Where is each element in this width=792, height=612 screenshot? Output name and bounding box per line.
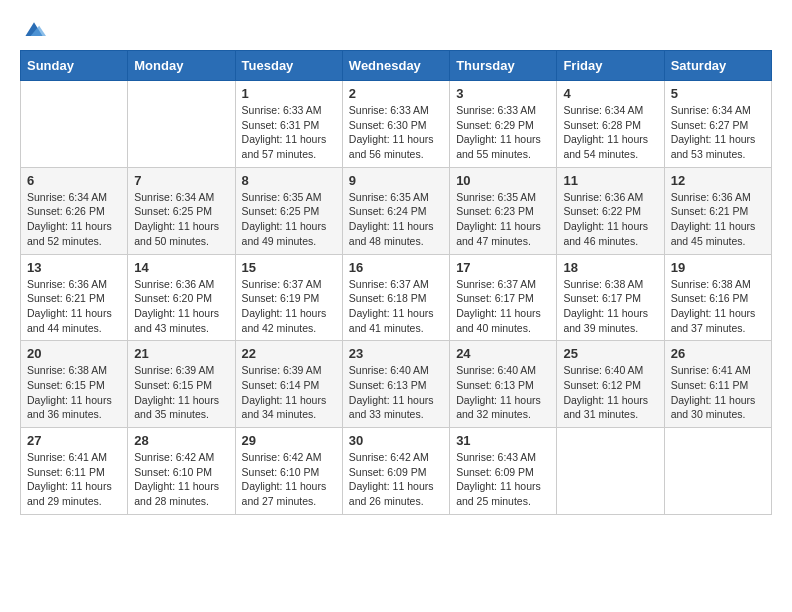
calendar-cell: 7Sunrise: 6:34 AM Sunset: 6:25 PM Daylig… bbox=[128, 167, 235, 254]
page-header bbox=[20, 20, 772, 34]
column-header-thursday: Thursday bbox=[450, 51, 557, 81]
calendar-cell: 15Sunrise: 6:37 AM Sunset: 6:19 PM Dayli… bbox=[235, 254, 342, 341]
column-header-tuesday: Tuesday bbox=[235, 51, 342, 81]
day-number: 29 bbox=[242, 433, 336, 448]
day-info: Sunrise: 6:37 AM Sunset: 6:18 PM Dayligh… bbox=[349, 277, 443, 336]
day-info: Sunrise: 6:36 AM Sunset: 6:21 PM Dayligh… bbox=[671, 190, 765, 249]
day-info: Sunrise: 6:34 AM Sunset: 6:26 PM Dayligh… bbox=[27, 190, 121, 249]
day-number: 22 bbox=[242, 346, 336, 361]
calendar-header: SundayMondayTuesdayWednesdayThursdayFrid… bbox=[21, 51, 772, 81]
day-info: Sunrise: 6:42 AM Sunset: 6:09 PM Dayligh… bbox=[349, 450, 443, 509]
day-info: Sunrise: 6:43 AM Sunset: 6:09 PM Dayligh… bbox=[456, 450, 550, 509]
day-info: Sunrise: 6:38 AM Sunset: 6:17 PM Dayligh… bbox=[563, 277, 657, 336]
day-number: 27 bbox=[27, 433, 121, 448]
day-number: 10 bbox=[456, 173, 550, 188]
day-info: Sunrise: 6:41 AM Sunset: 6:11 PM Dayligh… bbox=[671, 363, 765, 422]
calendar-cell: 9Sunrise: 6:35 AM Sunset: 6:24 PM Daylig… bbox=[342, 167, 449, 254]
calendar-cell: 26Sunrise: 6:41 AM Sunset: 6:11 PM Dayli… bbox=[664, 341, 771, 428]
calendar-cell: 6Sunrise: 6:34 AM Sunset: 6:26 PM Daylig… bbox=[21, 167, 128, 254]
column-header-friday: Friday bbox=[557, 51, 664, 81]
day-info: Sunrise: 6:33 AM Sunset: 6:31 PM Dayligh… bbox=[242, 103, 336, 162]
day-number: 19 bbox=[671, 260, 765, 275]
calendar-cell: 11Sunrise: 6:36 AM Sunset: 6:22 PM Dayli… bbox=[557, 167, 664, 254]
day-number: 6 bbox=[27, 173, 121, 188]
day-info: Sunrise: 6:33 AM Sunset: 6:30 PM Dayligh… bbox=[349, 103, 443, 162]
column-header-saturday: Saturday bbox=[664, 51, 771, 81]
day-number: 18 bbox=[563, 260, 657, 275]
day-info: Sunrise: 6:36 AM Sunset: 6:20 PM Dayligh… bbox=[134, 277, 228, 336]
calendar-cell bbox=[128, 81, 235, 168]
day-info: Sunrise: 6:40 AM Sunset: 6:12 PM Dayligh… bbox=[563, 363, 657, 422]
day-info: Sunrise: 6:35 AM Sunset: 6:24 PM Dayligh… bbox=[349, 190, 443, 249]
calendar-cell: 27Sunrise: 6:41 AM Sunset: 6:11 PM Dayli… bbox=[21, 428, 128, 515]
day-number: 8 bbox=[242, 173, 336, 188]
day-info: Sunrise: 6:39 AM Sunset: 6:15 PM Dayligh… bbox=[134, 363, 228, 422]
column-header-wednesday: Wednesday bbox=[342, 51, 449, 81]
day-number: 5 bbox=[671, 86, 765, 101]
day-number: 28 bbox=[134, 433, 228, 448]
day-info: Sunrise: 6:41 AM Sunset: 6:11 PM Dayligh… bbox=[27, 450, 121, 509]
day-number: 1 bbox=[242, 86, 336, 101]
day-info: Sunrise: 6:38 AM Sunset: 6:15 PM Dayligh… bbox=[27, 363, 121, 422]
day-number: 7 bbox=[134, 173, 228, 188]
calendar-cell: 21Sunrise: 6:39 AM Sunset: 6:15 PM Dayli… bbox=[128, 341, 235, 428]
calendar-cell bbox=[664, 428, 771, 515]
day-number: 3 bbox=[456, 86, 550, 101]
day-info: Sunrise: 6:35 AM Sunset: 6:23 PM Dayligh… bbox=[456, 190, 550, 249]
day-info: Sunrise: 6:36 AM Sunset: 6:21 PM Dayligh… bbox=[27, 277, 121, 336]
calendar-cell: 10Sunrise: 6:35 AM Sunset: 6:23 PM Dayli… bbox=[450, 167, 557, 254]
calendar-cell: 22Sunrise: 6:39 AM Sunset: 6:14 PM Dayli… bbox=[235, 341, 342, 428]
column-header-monday: Monday bbox=[128, 51, 235, 81]
day-number: 25 bbox=[563, 346, 657, 361]
day-number: 11 bbox=[563, 173, 657, 188]
calendar-cell: 8Sunrise: 6:35 AM Sunset: 6:25 PM Daylig… bbox=[235, 167, 342, 254]
day-number: 12 bbox=[671, 173, 765, 188]
calendar-cell: 24Sunrise: 6:40 AM Sunset: 6:13 PM Dayli… bbox=[450, 341, 557, 428]
day-number: 20 bbox=[27, 346, 121, 361]
calendar-cell: 18Sunrise: 6:38 AM Sunset: 6:17 PM Dayli… bbox=[557, 254, 664, 341]
day-number: 2 bbox=[349, 86, 443, 101]
calendar-week-row: 27Sunrise: 6:41 AM Sunset: 6:11 PM Dayli… bbox=[21, 428, 772, 515]
calendar-cell: 31Sunrise: 6:43 AM Sunset: 6:09 PM Dayli… bbox=[450, 428, 557, 515]
calendar-cell: 2Sunrise: 6:33 AM Sunset: 6:30 PM Daylig… bbox=[342, 81, 449, 168]
calendar-cell: 5Sunrise: 6:34 AM Sunset: 6:27 PM Daylig… bbox=[664, 81, 771, 168]
calendar-table: SundayMondayTuesdayWednesdayThursdayFrid… bbox=[20, 50, 772, 515]
day-info: Sunrise: 6:34 AM Sunset: 6:27 PM Dayligh… bbox=[671, 103, 765, 162]
calendar-cell: 4Sunrise: 6:34 AM Sunset: 6:28 PM Daylig… bbox=[557, 81, 664, 168]
day-number: 24 bbox=[456, 346, 550, 361]
calendar-cell: 12Sunrise: 6:36 AM Sunset: 6:21 PM Dayli… bbox=[664, 167, 771, 254]
day-info: Sunrise: 6:33 AM Sunset: 6:29 PM Dayligh… bbox=[456, 103, 550, 162]
calendar-cell: 17Sunrise: 6:37 AM Sunset: 6:17 PM Dayli… bbox=[450, 254, 557, 341]
calendar-body: 1Sunrise: 6:33 AM Sunset: 6:31 PM Daylig… bbox=[21, 81, 772, 515]
logo-icon bbox=[22, 20, 46, 40]
day-info: Sunrise: 6:36 AM Sunset: 6:22 PM Dayligh… bbox=[563, 190, 657, 249]
column-header-sunday: Sunday bbox=[21, 51, 128, 81]
calendar-cell: 29Sunrise: 6:42 AM Sunset: 6:10 PM Dayli… bbox=[235, 428, 342, 515]
calendar-cell: 23Sunrise: 6:40 AM Sunset: 6:13 PM Dayli… bbox=[342, 341, 449, 428]
calendar-cell: 1Sunrise: 6:33 AM Sunset: 6:31 PM Daylig… bbox=[235, 81, 342, 168]
day-number: 15 bbox=[242, 260, 336, 275]
day-number: 13 bbox=[27, 260, 121, 275]
day-info: Sunrise: 6:40 AM Sunset: 6:13 PM Dayligh… bbox=[349, 363, 443, 422]
calendar-week-row: 6Sunrise: 6:34 AM Sunset: 6:26 PM Daylig… bbox=[21, 167, 772, 254]
day-info: Sunrise: 6:42 AM Sunset: 6:10 PM Dayligh… bbox=[134, 450, 228, 509]
logo bbox=[20, 20, 46, 34]
day-number: 23 bbox=[349, 346, 443, 361]
calendar-week-row: 13Sunrise: 6:36 AM Sunset: 6:21 PM Dayli… bbox=[21, 254, 772, 341]
day-info: Sunrise: 6:34 AM Sunset: 6:28 PM Dayligh… bbox=[563, 103, 657, 162]
day-number: 17 bbox=[456, 260, 550, 275]
day-info: Sunrise: 6:38 AM Sunset: 6:16 PM Dayligh… bbox=[671, 277, 765, 336]
calendar-cell: 14Sunrise: 6:36 AM Sunset: 6:20 PM Dayli… bbox=[128, 254, 235, 341]
day-number: 26 bbox=[671, 346, 765, 361]
calendar-cell: 16Sunrise: 6:37 AM Sunset: 6:18 PM Dayli… bbox=[342, 254, 449, 341]
header-row: SundayMondayTuesdayWednesdayThursdayFrid… bbox=[21, 51, 772, 81]
day-info: Sunrise: 6:37 AM Sunset: 6:17 PM Dayligh… bbox=[456, 277, 550, 336]
day-info: Sunrise: 6:39 AM Sunset: 6:14 PM Dayligh… bbox=[242, 363, 336, 422]
day-number: 16 bbox=[349, 260, 443, 275]
day-number: 31 bbox=[456, 433, 550, 448]
calendar-cell: 3Sunrise: 6:33 AM Sunset: 6:29 PM Daylig… bbox=[450, 81, 557, 168]
day-number: 14 bbox=[134, 260, 228, 275]
day-number: 9 bbox=[349, 173, 443, 188]
calendar-cell bbox=[557, 428, 664, 515]
day-info: Sunrise: 6:37 AM Sunset: 6:19 PM Dayligh… bbox=[242, 277, 336, 336]
